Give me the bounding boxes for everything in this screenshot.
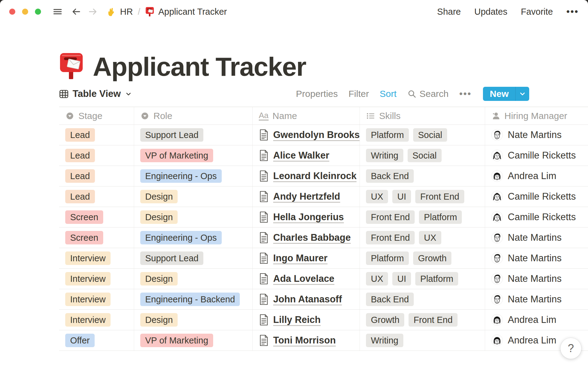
skills-cell[interactable]: Front EndPlatform <box>360 207 485 227</box>
role-cell[interactable]: Design <box>134 269 253 289</box>
name-cell[interactable]: Andy Hertzfeld <box>253 186 360 207</box>
role-cell[interactable]: Design <box>134 207 253 227</box>
stage-tag[interactable]: Interview <box>65 251 111 265</box>
skill-tag[interactable]: Writing <box>366 334 403 347</box>
column-header-name[interactable]: AaName <box>253 107 360 125</box>
applicant-page-link[interactable]: Alice Walker <box>273 150 329 161</box>
stage-tag[interactable]: Lead <box>65 169 95 183</box>
share-button[interactable]: Share <box>437 7 461 17</box>
skills-cell[interactable]: Writing <box>360 330 485 351</box>
properties-button[interactable]: Properties <box>296 89 338 99</box>
minimize-window-button[interactable] <box>22 9 28 15</box>
page-icon-mailbox[interactable] <box>59 52 84 80</box>
applicant-page-link[interactable]: Lilly Reich <box>273 314 321 325</box>
role-tag[interactable]: Support Lead <box>140 128 203 142</box>
nav-back-icon[interactable] <box>72 7 81 16</box>
role-cell[interactable]: Design <box>134 186 253 207</box>
skill-tag[interactable]: Front End <box>415 190 464 203</box>
applicant-page-link[interactable]: Charles Babbage <box>273 232 351 243</box>
skill-tag[interactable]: Platform <box>419 210 462 224</box>
breadcrumb-workspace[interactable]: HR <box>120 7 133 17</box>
skill-tag[interactable]: UI <box>392 272 411 286</box>
skills-cell[interactable]: Back End <box>360 166 485 186</box>
favorite-button[interactable]: Favorite <box>521 7 553 17</box>
skill-tag[interactable]: UX <box>366 272 388 286</box>
name-cell[interactable]: Charles Babbage <box>253 228 360 248</box>
stage-tag[interactable]: Lead <box>65 149 95 162</box>
hiring-manager-cell[interactable]: Nate Martins <box>485 228 588 248</box>
skills-cell[interactable]: Front EndUX <box>360 228 485 248</box>
role-tag[interactable]: Engineering - Ops <box>140 169 222 183</box>
role-cell[interactable]: Support Lead <box>134 125 253 145</box>
search-button[interactable]: Search <box>407 89 449 99</box>
stage-cell[interactable]: Lead <box>59 166 134 186</box>
skill-tag[interactable]: UX <box>419 231 441 244</box>
hiring-manager-cell[interactable]: Camille Ricketts <box>485 207 588 227</box>
skills-cell[interactable]: UXUIPlatform <box>360 269 485 289</box>
role-tag[interactable]: Engineering - Backend <box>140 293 240 306</box>
skill-tag[interactable]: Front End <box>409 313 457 327</box>
role-cell[interactable]: Engineering - Backend <box>134 289 253 309</box>
skill-tag[interactable]: Social <box>408 149 442 162</box>
role-cell[interactable]: Engineering - Ops <box>134 166 253 186</box>
more-options-icon[interactable]: ••• <box>566 6 579 17</box>
page-title[interactable]: Applicant Tracker <box>93 53 306 80</box>
breadcrumb-page[interactable]: Applicant Tracker <box>158 7 227 17</box>
stage-cell[interactable]: Lead <box>59 186 134 207</box>
role-tag[interactable]: VP of Marketing <box>140 149 213 162</box>
updates-button[interactable]: Updates <box>474 7 507 17</box>
hiring-manager-cell[interactable]: Nate Martins <box>485 248 588 268</box>
help-button[interactable]: ? <box>560 338 581 359</box>
applicant-page-link[interactable]: Ada Lovelace <box>273 273 334 284</box>
skill-tag[interactable]: Back End <box>366 169 414 183</box>
applicant-page-link[interactable]: Gwendolyn Brooks <box>273 129 360 140</box>
applicant-page-link[interactable]: John Atanasoff <box>273 294 342 305</box>
role-tag[interactable]: Design <box>140 272 178 286</box>
view-switcher[interactable]: Table View <box>59 88 132 99</box>
close-window-button[interactable] <box>9 9 15 15</box>
skill-tag[interactable]: Front End <box>366 231 415 244</box>
name-cell[interactable]: Gwendolyn Brooks <box>253 125 360 145</box>
skills-cell[interactable]: GrowthFront End <box>360 310 485 330</box>
new-button-label[interactable]: New <box>483 87 515 101</box>
view-more-icon[interactable]: ••• <box>459 89 472 99</box>
name-cell[interactable]: Toni Morrison <box>253 330 360 351</box>
role-cell[interactable]: VP of Marketing <box>134 145 253 166</box>
stage-tag[interactable]: Lead <box>65 190 95 203</box>
hiring-manager-cell[interactable]: Nate Martins <box>485 269 588 289</box>
column-header-stage[interactable]: Stage <box>59 107 134 125</box>
stage-cell[interactable]: Screen <box>59 207 134 227</box>
hiring-manager-cell[interactable]: Camille Ricketts <box>485 186 588 207</box>
column-header-hiring_manager[interactable]: Hiring Manager <box>485 107 588 125</box>
stage-tag[interactable]: Screen <box>65 210 103 224</box>
skills-cell[interactable]: Back End <box>360 289 485 309</box>
skills-cell[interactable]: PlatformSocial <box>360 125 485 145</box>
sort-button[interactable]: Sort <box>380 89 397 99</box>
stage-cell[interactable]: Interview <box>59 310 134 330</box>
new-button[interactable]: New <box>483 87 529 101</box>
name-cell[interactable]: Alice Walker <box>253 145 360 166</box>
role-tag[interactable]: Engineering - Ops <box>140 231 222 244</box>
applicant-page-link[interactable]: Leonard Kleinrock <box>273 171 356 182</box>
stage-cell[interactable]: Interview <box>59 248 134 268</box>
role-cell[interactable]: VP of Marketing <box>134 330 253 351</box>
stage-tag[interactable]: Offer <box>65 334 95 347</box>
name-cell[interactable]: Ada Lovelace <box>253 269 360 289</box>
role-cell[interactable]: Design <box>134 310 253 330</box>
role-tag[interactable]: Support Lead <box>140 251 203 265</box>
nav-forward-icon[interactable] <box>88 7 97 16</box>
skill-tag[interactable]: UX <box>366 190 388 203</box>
sidebar-menu-icon[interactable] <box>53 7 62 16</box>
skill-tag[interactable]: Back End <box>366 293 414 306</box>
skill-tag[interactable]: Writing <box>366 149 403 162</box>
stage-tag[interactable]: Interview <box>65 293 111 306</box>
skill-tag[interactable]: Front End <box>366 210 415 224</box>
role-cell[interactable]: Engineering - Ops <box>134 228 253 248</box>
applicant-page-link[interactable]: Andy Hertzfeld <box>273 191 340 202</box>
stage-cell[interactable]: Lead <box>59 125 134 145</box>
skills-cell[interactable]: WritingSocial <box>360 145 485 166</box>
skill-tag[interactable]: Growth <box>413 251 451 265</box>
stage-tag[interactable]: Interview <box>65 313 111 327</box>
role-tag[interactable]: Design <box>140 190 178 203</box>
role-cell[interactable]: Support Lead <box>134 248 253 268</box>
